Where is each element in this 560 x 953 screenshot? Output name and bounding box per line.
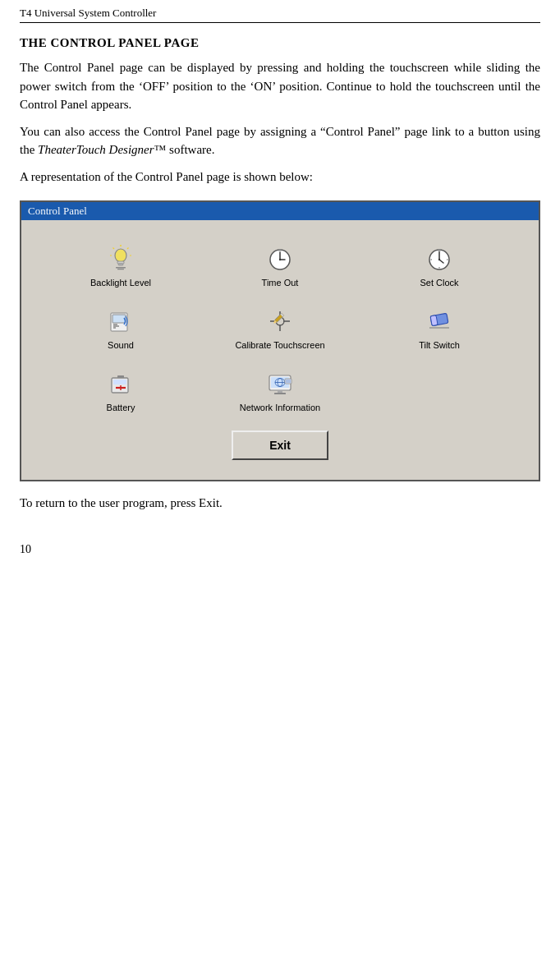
sound-label: Sound bbox=[108, 340, 134, 350]
network-information-icon bbox=[264, 368, 296, 399]
backlight-level-icon bbox=[105, 243, 136, 274]
svg-rect-51 bbox=[274, 393, 286, 394]
set-clock-label: Set Clock bbox=[420, 278, 458, 288]
sound-icon bbox=[105, 306, 136, 337]
svg-line-5 bbox=[113, 248, 115, 250]
calibrate-touchscreen-label: Calibrate Touchscreen bbox=[235, 340, 324, 350]
svg-rect-9 bbox=[117, 269, 124, 269]
svg-rect-41 bbox=[117, 375, 124, 378]
svg-rect-38 bbox=[430, 315, 438, 326]
set-clock-item[interactable]: Set Clock bbox=[360, 235, 519, 291]
backlight-level-label: Backlight Level bbox=[90, 278, 151, 288]
control-panel-titlebar: Control Panel bbox=[21, 202, 539, 220]
network-information-label: Network Information bbox=[240, 403, 320, 412]
page-number: 10 bbox=[20, 543, 540, 556]
section-title: THE CONTROL PANEL PAGE bbox=[20, 36, 540, 50]
tilt-switch-label: Tilt Switch bbox=[419, 340, 460, 350]
svg-line-4 bbox=[127, 248, 129, 250]
svg-rect-50 bbox=[278, 390, 282, 393]
header-title: T4 Universal System Controller bbox=[20, 7, 156, 19]
battery-item[interactable]: Battery bbox=[41, 360, 200, 416]
battery-label: Battery bbox=[107, 403, 135, 412]
time-out-icon bbox=[264, 243, 296, 274]
paragraph-3: A representation of the Control Panel pa… bbox=[20, 168, 540, 186]
control-panel-grid: Backlight Level Time Out bbox=[41, 235, 519, 416]
tilt-switch-item[interactable]: Tilt Switch bbox=[360, 297, 519, 353]
backlight-level-item[interactable]: Backlight Level bbox=[41, 235, 200, 291]
paragraph-2: You can also access the Control Panel pa… bbox=[20, 122, 540, 159]
svg-rect-25 bbox=[112, 315, 126, 323]
page-header: T4 Universal System Controller bbox=[20, 7, 540, 23]
svg-rect-52 bbox=[285, 379, 291, 384]
time-out-item[interactable]: Time Out bbox=[200, 235, 360, 291]
control-panel-box: Control Panel bbox=[20, 200, 540, 481]
svg-rect-8 bbox=[116, 267, 126, 269]
svg-rect-42 bbox=[113, 380, 126, 384]
exit-button[interactable]: Exit bbox=[232, 430, 328, 460]
control-panel-body: Backlight Level Time Out bbox=[21, 220, 539, 480]
svg-rect-2 bbox=[118, 264, 123, 265]
footer-text: To return to the user program, press Exi… bbox=[20, 496, 540, 510]
empty-cell bbox=[360, 360, 519, 416]
svg-rect-19 bbox=[438, 249, 441, 251]
sound-item[interactable]: Sound bbox=[41, 297, 200, 353]
tilt-switch-icon bbox=[424, 306, 455, 337]
svg-rect-14 bbox=[278, 249, 282, 251]
exit-row: Exit bbox=[41, 430, 519, 460]
battery-icon bbox=[105, 368, 136, 399]
set-clock-icon bbox=[424, 243, 455, 274]
time-out-label: Time Out bbox=[262, 278, 299, 288]
network-information-item[interactable]: Network Information bbox=[200, 360, 360, 416]
svg-point-0 bbox=[115, 249, 126, 262]
paragraph-1: The Control Panel page can be displayed … bbox=[20, 58, 540, 114]
svg-rect-1 bbox=[117, 261, 124, 264]
calibrate-touchscreen-item[interactable]: Calibrate Touchscreen bbox=[200, 297, 360, 353]
calibrate-touchscreen-icon bbox=[264, 306, 296, 337]
